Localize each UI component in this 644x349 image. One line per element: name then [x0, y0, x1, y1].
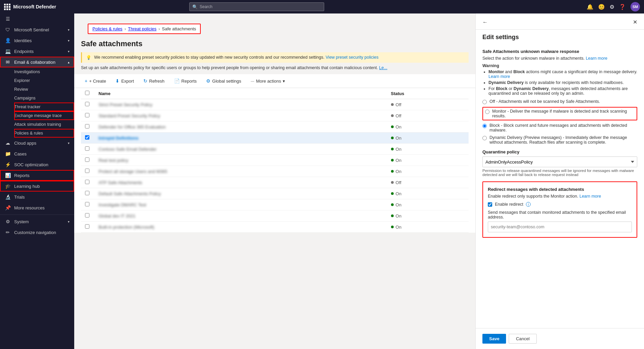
- row-checkbox-cell: [81, 155, 94, 166]
- row-name: Intrepid Definitions: [94, 133, 387, 144]
- info-icon[interactable]: i: [526, 202, 531, 207]
- email-address-input[interactable]: [488, 222, 632, 232]
- radio-block-input[interactable]: [482, 124, 487, 128]
- table-row[interactable]: Defender for Office 365 Evaluation On: [81, 121, 469, 133]
- row-checkbox[interactable]: [85, 135, 89, 140]
- table-row[interactable]: Intrepid Definitions On: [81, 133, 469, 144]
- row-checkbox[interactable]: [85, 191, 89, 195]
- search-input[interactable]: [200, 4, 321, 9]
- create-button[interactable]: + + Create: [81, 76, 110, 86]
- sidebar-item-cloud-apps[interactable]: ☁ Cloud apps ▾: [0, 138, 74, 148]
- redirect-learn-more[interactable]: Learn more: [580, 194, 601, 199]
- breadcrumb-policies[interactable]: Policies & rules: [92, 26, 122, 31]
- settings-icon[interactable]: ⚙: [610, 4, 614, 10]
- row-checkbox[interactable]: [85, 213, 89, 217]
- table-row[interactable]: Built-in protection (Microsoft) On: [81, 222, 469, 233]
- breadcrumb-sep1: ›: [124, 26, 126, 31]
- table-row[interactable]: Global dev IT 2021 On: [81, 210, 469, 222]
- row-checkbox-cell: [81, 166, 94, 177]
- sidebar-item-policies-rules[interactable]: Policies & rules: [14, 129, 74, 138]
- refresh-button[interactable]: ↻ Refresh: [140, 76, 168, 86]
- enable-redirect-label: Enable redirect: [495, 202, 523, 207]
- cancel-button[interactable]: Cancel: [509, 334, 536, 344]
- breadcrumb-threat[interactable]: Threat policies: [128, 26, 157, 31]
- close-button[interactable]: ✕: [633, 19, 637, 25]
- row-status: On: [387, 188, 469, 199]
- row-checkbox[interactable]: [85, 224, 89, 229]
- export-button[interactable]: ⬇ Export: [112, 76, 138, 86]
- help-icon[interactable]: ❓: [619, 4, 626, 10]
- radio-block[interactable]: Block - Block current and future message…: [482, 123, 637, 133]
- radio-dynamic-input[interactable]: [482, 136, 487, 140]
- sidebar-item-investigations[interactable]: Investigations: [14, 67, 74, 76]
- table-row[interactable]: Real test policy On: [81, 155, 469, 166]
- table-row[interactable]: Strict Preset Security Policy Off: [81, 99, 469, 110]
- radio-monitor-input[interactable]: [485, 110, 489, 114]
- row-checkbox[interactable]: [85, 202, 89, 206]
- search-box[interactable]: 🔍: [189, 2, 324, 11]
- notifications-icon[interactable]: 🔔: [587, 4, 593, 10]
- radio-off[interactable]: Off - Attachments will not be scanned by…: [482, 99, 637, 104]
- sidebar-item-sentinel[interactable]: 🛡 Microsoft Sentinel ▾: [0, 24, 74, 35]
- select-all-checkbox[interactable]: [85, 91, 89, 95]
- sidebar-item-more-resources[interactable]: 📌 More resources: [0, 202, 74, 213]
- quarantine-note: Permission to release quarantined messag…: [482, 169, 637, 177]
- sidebar-item-reports[interactable]: 📊 Reports: [0, 170, 74, 181]
- banner-link[interactable]: View preset security policies: [326, 55, 379, 60]
- app-logo: Microsoft Defender: [4, 4, 56, 10]
- table-row[interactable]: Standard Preset Security Policy Off: [81, 110, 469, 121]
- sidebar-hamburger[interactable]: ☰: [0, 13, 74, 24]
- table-row[interactable]: ATP Safe Attachments Off: [81, 177, 469, 188]
- email-icon: ✉: [5, 59, 11, 65]
- sidebar-item-cases[interactable]: 📁 Cases: [0, 148, 74, 159]
- radio-dynamic[interactable]: Dynamic Delivery (Preview messages) - Im…: [482, 135, 637, 145]
- learn-more-link[interactable]: Learn more: [586, 56, 607, 61]
- avatar[interactable]: SM: [631, 2, 640, 11]
- sidebar-item-soc[interactable]: ⚡ SOC optimization: [0, 159, 74, 170]
- row-checkbox[interactable]: [85, 102, 89, 106]
- panel-header: ← ✕: [476, 13, 644, 30]
- radio-monitor[interactable]: Monitor - Deliver the message if malware…: [482, 107, 637, 120]
- grid-icon[interactable]: [4, 4, 10, 10]
- row-checkbox[interactable]: [85, 157, 89, 162]
- table-row[interactable]: Default Safe Attachments Policy On: [81, 188, 469, 199]
- row-checkbox[interactable]: [85, 113, 89, 117]
- sidebar-item-threat-tracker[interactable]: Threat tracker: [14, 103, 74, 111]
- row-checkbox[interactable]: [85, 169, 89, 173]
- col-name: Name: [94, 88, 387, 99]
- row-name: Standard Preset Security Policy: [94, 110, 387, 121]
- sidebar-item-trials[interactable]: 🔬 Trials: [0, 192, 74, 202]
- sidebar-label-identities: Identities: [14, 38, 32, 43]
- table-row[interactable]: Contoso Safe Email Defender On: [81, 144, 469, 155]
- row-checkbox-cell: [81, 110, 94, 121]
- enable-redirect-checkbox[interactable]: [488, 202, 492, 207]
- save-button[interactable]: Save: [482, 334, 506, 344]
- sidebar-item-endpoints[interactable]: 💻 Endpoints ▾: [0, 46, 74, 57]
- row-checkbox[interactable]: [85, 180, 89, 184]
- sidebar-label-sentinel: Microsoft Sentinel: [14, 27, 49, 32]
- sidebar-item-customize[interactable]: ✏ Customize navigation: [0, 227, 74, 238]
- row-checkbox-cell: [81, 188, 94, 199]
- back-button[interactable]: ←: [482, 19, 488, 25]
- table-row[interactable]: Protect all storage Users and M365 On: [81, 166, 469, 177]
- sidebar-item-attack-sim[interactable]: Attack simulation training: [14, 120, 74, 129]
- row-checkbox[interactable]: [85, 124, 89, 128]
- quarantine-select[interactable]: AdminOnlyAccessPolicy: [482, 156, 637, 167]
- more-actions-button[interactable]: ··· More actions ▾: [247, 77, 289, 86]
- sidebar-item-system[interactable]: ⚙ System ▾: [0, 216, 74, 227]
- sidebar-item-identities[interactable]: 👤 Identities ▾: [0, 35, 74, 46]
- table-row[interactable]: Investigate DMARC Test On: [81, 199, 469, 210]
- sidebar-item-exchange-trace[interactable]: Exchange message trace: [14, 111, 74, 120]
- sidebar-item-campaigns[interactable]: Campaigns: [14, 94, 74, 103]
- sidebar-item-learning-hub[interactable]: 🎓 Learning hub: [0, 181, 74, 192]
- sidebar-item-email-collab[interactable]: ✉ Email & collaboration ▴: [0, 57, 74, 67]
- sidebar-item-review[interactable]: Review: [14, 85, 74, 94]
- feedback-icon[interactable]: 😊: [598, 4, 605, 10]
- sub-info-link[interactable]: Le...: [379, 65, 387, 70]
- radio-off-input[interactable]: [482, 100, 487, 104]
- sidebar-item-explorer[interactable]: Explorer: [14, 76, 74, 85]
- global-settings-button[interactable]: ⚙ Global settings: [202, 76, 245, 86]
- row-checkbox[interactable]: [85, 146, 89, 151]
- warning-learn-more[interactable]: Learn more: [488, 74, 510, 79]
- reports-button[interactable]: 📄 Reports: [170, 76, 201, 86]
